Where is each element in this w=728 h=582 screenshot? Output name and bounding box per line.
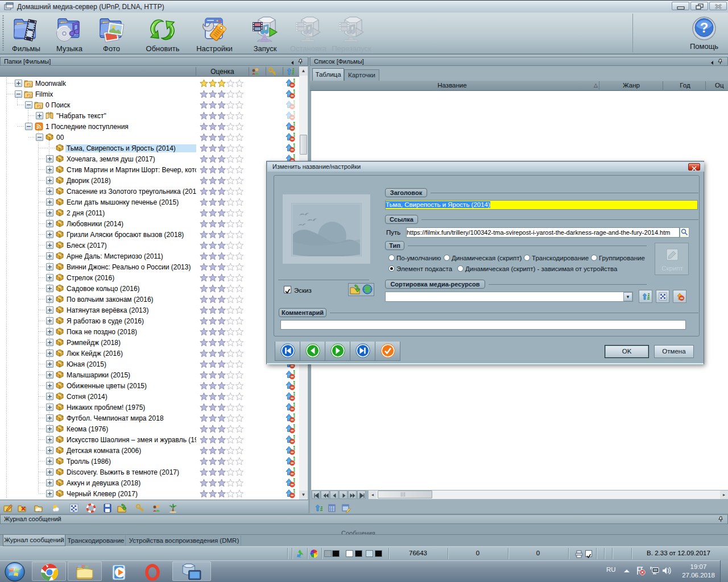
svg-text:?: ?: [700, 20, 709, 35]
